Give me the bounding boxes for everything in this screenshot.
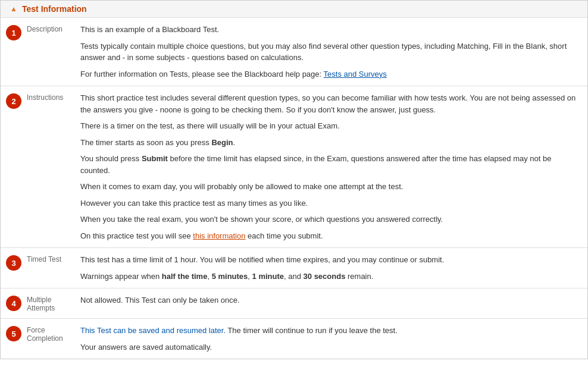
timed-test-line2-prefix: Warnings appear when [80,272,162,281]
number-badge-3: 3 [6,255,21,271]
row-number-5: 5 [1,325,27,341]
row-number-1: 1 [1,24,27,40]
instructions-para3: The timer starts as soon as you press Be… [80,137,580,149]
half-time-bold: half the time [162,272,208,281]
five-minutes-bold: 5 minutes [212,272,248,281]
instructions-para8: On this practice test you will see this … [80,230,580,242]
timed-sep1: , [207,272,211,281]
timed-test-label: Timed Test [27,254,80,263]
force-completion-content: This Test can be saved and resumed later… [80,325,587,353]
instructions-label: Instructions [27,92,80,102]
multiple-attempts-label: Multiple Attempts [27,294,80,312]
row-number-2: 2 [1,92,27,109]
timed-test-line2: Warnings appear when half the time, 5 mi… [80,271,580,283]
timed-test-line2-suffix: remain. [345,272,373,281]
instructions-para8-prefix: On this practice test you will see [80,231,193,240]
description-line3: For further information on Tests, please… [80,68,580,80]
description-line2: Tests typically contain multiple choice … [80,40,580,64]
description-label: Description [27,24,80,33]
number-badge-1: 1 [6,25,21,40]
instructions-para2: There is a timer on the test, as there w… [80,120,580,132]
instructions-para7: When you take the real exam, you won't b… [80,214,580,225]
number-badge-2: 2 [6,93,21,109]
instructions-para6: However you can take this practice test … [80,197,580,209]
instructions-para5: When it comes to exam day, you will prob… [80,181,580,193]
collapse-arrow[interactable]: ▲ [10,5,17,13]
row-number-4: 4 [1,294,27,311]
multiple-attempts-row: 4 Multiple Attempts Not allowed. This Te… [1,288,587,319]
instructions-para4-prefix: You should press [80,154,142,163]
begin-bold: Begin [211,138,233,147]
instructions-para8-suffix: each time you submit. [245,231,323,240]
timed-sep3: , and [284,272,304,281]
multiple-attempts-text: Not allowed. This Test can only be taken… [80,294,580,306]
test-information-panel: ▲ Test Information 1 Description This is… [0,0,588,359]
description-line1: This is an example of a Blackboard Test. [80,24,580,36]
one-minute-bold: 1 minute [252,272,284,281]
description-line3-prefix: For further information on Tests, please… [80,70,324,79]
timed-sep2: , [248,272,252,281]
description-content: This is an example of a Blackboard Test.… [80,24,587,80]
panel-header: ▲ Test Information [1,1,587,18]
description-row: 1 Description This is an example of a Bl… [1,18,587,86]
this-information-link[interactable]: this information [193,231,245,240]
submit-bold: Submit [142,154,168,163]
instructions-para3-prefix: The timer starts as soon as you press [80,138,211,147]
instructions-content: This short practice test includes severa… [80,92,587,241]
timed-test-content: This test has a time limit of 1 hour. Yo… [80,254,587,282]
multiple-attempts-content: Not allowed. This Test can only be taken… [80,294,587,306]
instructions-row: 2 Instructions This short practice test … [1,86,587,248]
thirty-seconds-bold: 30 seconds [304,272,346,281]
force-completion-row: 5 Force Completion This Test can be save… [1,319,587,359]
force-completion-label: Force Completion [27,325,80,343]
force-completion-line2: Your answers are saved automatically. [80,341,580,353]
instructions-para1: This short practice test includes severa… [80,92,580,115]
timed-test-row: 3 Timed Test This test has a time limit … [1,248,587,288]
instructions-para3-suffix: . [233,138,236,147]
number-badge-5: 5 [6,326,21,341]
instructions-para4: You should press Submit before the time … [80,153,580,176]
tests-surveys-link[interactable]: Tests and Surveys [324,70,387,79]
panel-title: Test Information [22,4,87,14]
force-completion-line1: This Test can be saved and resumed later… [80,325,580,337]
row-number-3: 3 [1,254,27,271]
timed-test-line1: This test has a time limit of 1 hour. Yo… [80,254,580,266]
number-badge-4: 4 [6,296,21,311]
